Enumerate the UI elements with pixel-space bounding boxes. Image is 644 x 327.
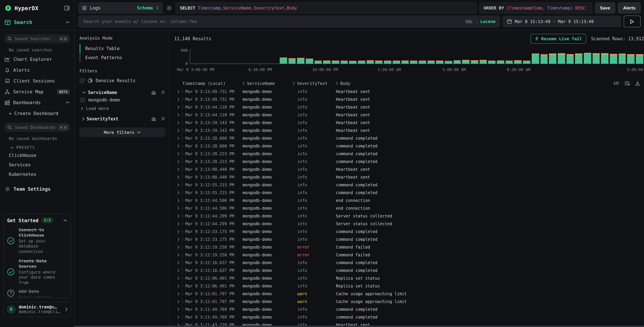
row-expand-chevron-icon[interactable] — [174, 90, 182, 93]
histogram-bar[interactable] — [410, 60, 417, 64]
denoise-checkbox[interactable] — [80, 78, 84, 83]
row-expand-chevron-icon[interactable] — [174, 222, 182, 226]
mode-event-patterns[interactable]: Event Patterns — [80, 53, 165, 62]
preset-kubernetes[interactable]: Kubernetes — [0, 170, 74, 179]
histogram-bar[interactable] — [436, 60, 444, 64]
histogram-bar[interactable] — [314, 60, 322, 64]
table-row[interactable]: Mar 9 3:12:44.506 PM mongodb-demo info e… — [174, 204, 644, 212]
histogram-bar[interactable] — [349, 61, 356, 64]
filter-value-checkbox[interactable] — [80, 98, 85, 102]
histogram-bar[interactable] — [375, 61, 382, 64]
row-expand-chevron-icon[interactable] — [174, 206, 182, 210]
drag-grip-icon[interactable] — [242, 81, 245, 85]
select-query-input[interactable]: SELECT Timestamp,ServiceName,SeverityTex… — [176, 2, 476, 14]
table-row[interactable]: Mar 9 3:13:39.143 PM mongodb-demo info H… — [174, 119, 644, 126]
table-row[interactable]: Mar 9 3:12:33.175 PM mongodb-demo info c… — [174, 228, 644, 235]
chevron-up-icon[interactable] — [66, 21, 70, 24]
row-expand-chevron-icon[interactable] — [174, 253, 182, 256]
row-expand-chevron-icon[interactable] — [174, 144, 182, 148]
lang-sql[interactable]: SQL — [465, 19, 473, 24]
histogram-bar[interactable] — [280, 58, 287, 64]
chart-filter-icon[interactable] — [152, 117, 156, 121]
histogram-bar[interactable] — [393, 60, 400, 64]
histogram-bar[interactable] — [332, 61, 339, 64]
row-expand-chevron-icon[interactable] — [174, 129, 182, 132]
nav-client-sessions[interactable]: Client Sessions — [0, 76, 74, 86]
horizontal-scrollbar[interactable] — [75, 326, 644, 327]
table-row[interactable]: Mar 9 3:13:08.440 PM mongodb-demo info H… — [174, 173, 644, 181]
histogram-bar[interactable] — [419, 60, 426, 64]
table-row[interactable]: Mar 9 3:13:49.731 PM mongodb-demo info H… — [174, 95, 644, 103]
more-filters-button[interactable]: More filters — [80, 128, 165, 137]
row-expand-chevron-icon[interactable] — [174, 121, 182, 124]
table-row[interactable]: Mar 9 3:11:49.769 PM mongodb-demo info c… — [174, 305, 644, 313]
table-row[interactable]: Mar 9 3:12:19.258 PM mongodb-demo error … — [174, 243, 644, 251]
get-started-item[interactable]: Add Data Start sending — [7, 289, 67, 297]
histogram-bar[interactable] — [610, 54, 617, 64]
table-row[interactable]: Mar 9 3:12:06.491 PM mongodb-demo info R… — [174, 282, 644, 290]
histogram-bar[interactable] — [532, 54, 539, 64]
table-row[interactable]: Mar 9 3:12:33.175 PM mongodb-demo info c… — [174, 235, 644, 243]
histogram-bar[interactable] — [540, 54, 548, 64]
table-row[interactable]: Mar 9 3:12:44.299 PM mongodb-demo info S… — [174, 220, 644, 228]
histogram-bar[interactable] — [575, 54, 582, 64]
preset-services[interactable]: Services — [0, 160, 74, 170]
row-expand-chevron-icon[interactable] — [174, 113, 182, 116]
source-selector[interactable]: Logs Schema — [78, 2, 163, 14]
collapse-sidebar-icon[interactable] — [64, 6, 70, 10]
histogram-bar[interactable] — [340, 60, 348, 64]
language-toggle[interactable]: SQL | Lucene — [465, 19, 496, 24]
histogram-bar[interactable] — [558, 53, 565, 64]
event-search-input[interactable] — [82, 18, 462, 24]
histogram-bar[interactable] — [462, 60, 470, 64]
histogram-bar[interactable] — [506, 60, 513, 64]
histogram-bar[interactable] — [584, 53, 591, 64]
row-expand-chevron-icon[interactable] — [174, 98, 182, 101]
nav-dashboards[interactable]: Dashboards — [0, 97, 74, 108]
table-row[interactable]: Mar 9 3:12:55.215 PM mongodb-demo info c… — [174, 181, 644, 189]
row-expand-chevron-icon[interactable] — [174, 105, 182, 109]
events-histogram[interactable]: 600 0 Mar 8 3:00:00 PM6:30:00 PM10:00:00… — [174, 46, 644, 75]
table-row[interactable]: Mar 9 3:13:44.110 PM mongodb-demo info H… — [174, 103, 644, 111]
table-row[interactable]: Mar 9 3:12:44.299 PM mongodb-demo info S… — [174, 212, 644, 220]
table-row[interactable]: Mar 9 3:13:20.223 PM mongodb-demo info c… — [174, 150, 644, 158]
wrap-lines-icon[interactable] — [624, 81, 630, 86]
table-row[interactable]: Mar 9 3:12:16.637 PM mongodb-demo info c… — [174, 266, 644, 274]
table-row[interactable]: Mar 9 3:13:28.660 PM mongodb-demo info c… — [174, 134, 644, 142]
histogram-bar[interactable] — [288, 58, 296, 64]
drag-grip-icon[interactable] — [292, 81, 295, 85]
histogram-bar[interactable] — [480, 60, 487, 64]
mode-results-table[interactable]: Results Table — [80, 44, 165, 53]
row-expand-chevron-icon[interactable] — [174, 160, 182, 163]
resume-live-tail-button[interactable]: Resume Live Tail — [530, 34, 586, 44]
histogram-bar[interactable] — [358, 60, 365, 64]
table-row[interactable]: Mar 9 3:13:49.731 PM mongodb-demo info H… — [174, 88, 644, 95]
pin-icon[interactable] — [161, 90, 165, 95]
presets-toggle[interactable]: PRESETS — [0, 142, 74, 150]
nav-alerts[interactable]: Alerts — [0, 64, 74, 76]
row-expand-chevron-icon[interactable] — [174, 284, 182, 288]
nav-team-settings[interactable]: Team Settings — [0, 182, 74, 196]
filter-group-servicename[interactable]: ServiceName — [80, 90, 165, 95]
col-timestamp[interactable]: Timestamp (Local) — [182, 81, 242, 86]
table-row[interactable]: Mar 9 3:12:55.215 PM mongodb-demo info c… — [174, 189, 644, 196]
saved-searches-input[interactable] — [14, 36, 56, 42]
histogram-bar[interactable] — [384, 60, 391, 64]
denoise-results-toggle[interactable]: Denoise Results — [80, 77, 165, 84]
row-expand-chevron-icon[interactable] — [174, 191, 182, 194]
nav-search[interactable]: Search — [0, 15, 74, 30]
lang-lucene[interactable]: Lucene — [480, 19, 496, 24]
row-expand-chevron-icon[interactable] — [174, 136, 182, 140]
histogram-bar[interactable] — [523, 60, 530, 64]
date-range-picker[interactable]: Mar 8 15:13:49 - Mar 9 15:13:49 — [502, 16, 621, 27]
histogram-bars[interactable] — [280, 49, 643, 64]
histogram-bar[interactable] — [636, 54, 643, 64]
row-expand-chevron-icon[interactable] — [174, 214, 182, 218]
row-expand-chevron-icon[interactable] — [174, 175, 182, 179]
histogram-bar[interactable] — [445, 61, 452, 64]
row-expand-chevron-icon[interactable] — [174, 269, 182, 272]
preset-clickhouse[interactable]: ClickHouse — [0, 150, 74, 160]
create-dashboard-button[interactable]: + Create Dashboard — [0, 108, 74, 119]
col-servicename[interactable]: ServiceName — [242, 81, 292, 86]
source-settings-gear-icon[interactable] — [166, 5, 173, 11]
